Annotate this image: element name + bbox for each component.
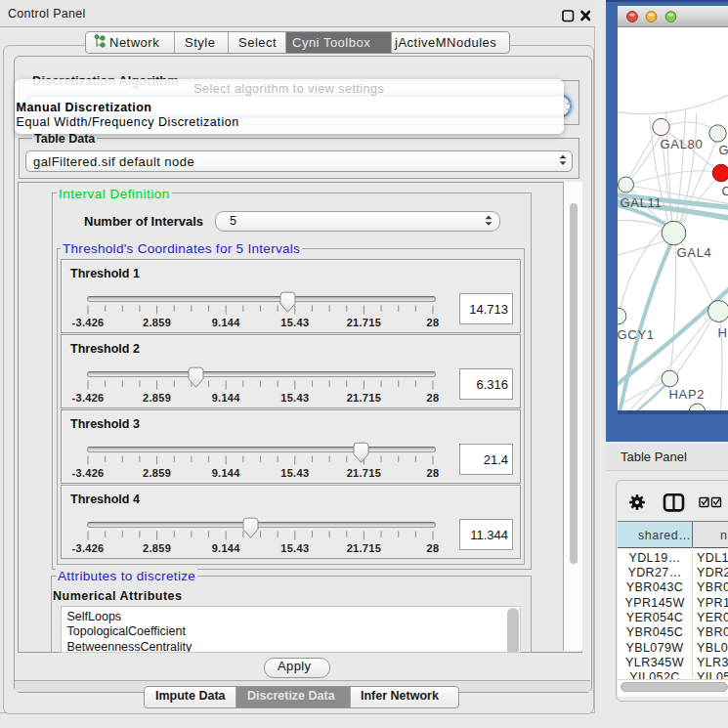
svg-text:H: H xyxy=(717,324,727,339)
svg-text:HAP2: HAP2 xyxy=(668,386,705,401)
svg-text:GAL4: GAL4 xyxy=(676,244,711,259)
svg-text:G…: G… xyxy=(718,142,728,156)
svg-text:C: C xyxy=(721,183,728,197)
svg-text:GAL11: GAL11 xyxy=(620,194,662,209)
svg-text:GAL80: GAL80 xyxy=(660,136,703,150)
svg-text:GCY1: GCY1 xyxy=(618,326,655,341)
